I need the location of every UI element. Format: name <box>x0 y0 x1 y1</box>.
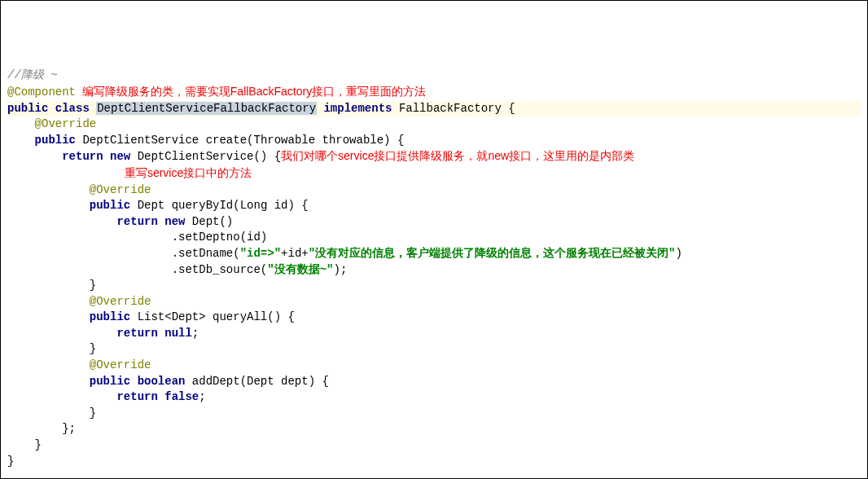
method-params: (Throwable throwable) { <box>247 134 404 147</box>
brace-close: } <box>7 438 42 451</box>
string-literal: "没有数据~" <box>267 263 333 276</box>
code-line: @Override <box>7 182 861 199</box>
class-name-highlighted: DeptClientServiceFallbackFactory <box>96 102 317 115</box>
type-name: List<Dept> <box>138 310 213 323</box>
method-chain-pre: .setDname( <box>7 247 240 260</box>
close-paren: ) <box>676 247 682 260</box>
type-name: FallbackFactory <box>399 102 502 115</box>
method-params: () { <box>267 310 295 323</box>
keyword-return-new: return new <box>7 150 138 163</box>
type-name: Dept() <box>192 215 233 228</box>
red-annotation: 重写service接口中的方法 <box>7 166 252 179</box>
concat-op: +id+ <box>281 247 309 260</box>
annotation-override: @Override <box>7 295 151 308</box>
code-line: 重写service接口中的方法 <box>7 165 861 182</box>
code-line: return new DeptClientService() {我们对哪个ser… <box>7 148 861 165</box>
brace-close: } <box>7 342 96 355</box>
code-line: }; <box>7 421 861 437</box>
code-line: .setDname("id=>"+id+"没有对应的信息，客户端提供了降级的信息… <box>7 246 861 262</box>
method-name: create <box>206 134 247 147</box>
annotation-override: @Override <box>7 358 151 371</box>
method-name: queryAll <box>213 310 267 323</box>
code-line: } <box>7 406 861 422</box>
annotation-override: @Override <box>7 117 96 130</box>
method-name: addDept <box>192 375 240 388</box>
keyword-public: public <box>7 199 138 212</box>
code-line: .setDeptno(id) <box>7 230 861 246</box>
code-line: } <box>7 454 861 470</box>
semicolon: ; <box>199 390 205 403</box>
code-line: public List<Dept> queryAll() { <box>7 310 861 326</box>
close-paren: ); <box>333 263 347 276</box>
code-line: @Override <box>7 358 861 374</box>
code-line: } <box>7 278 861 294</box>
code-line: //降级 ~ <box>7 68 861 84</box>
semicolon: ; <box>192 327 199 340</box>
string-literal: "没有对应的信息，客户端提供了降级的信息，这个服务现在已经被关闭" <box>309 247 676 260</box>
comment-text: //降级 ~ <box>7 68 58 81</box>
brace-close: } <box>7 279 96 292</box>
brace-close: } <box>7 455 14 468</box>
keyword-return-null: return null <box>7 327 192 340</box>
red-annotation: 我们对哪个service接口提供降级服务，就new接口，这里用的是内部类 <box>281 149 634 162</box>
keyword-implements: implements <box>317 102 399 115</box>
code-line: @Override <box>7 116 861 133</box>
brace-close: } <box>7 406 96 420</box>
code-line: return new Dept() <box>7 214 861 231</box>
code-line: @Component 编写降级服务的类，需要实现FallBackFactory接… <box>7 84 861 101</box>
red-annotation: 编写降级服务的类，需要实现FallBackFactory接口，重写里面的方法 <box>76 85 426 98</box>
method-params: (Long id) { <box>233 199 308 212</box>
type-name: Dept <box>138 199 172 212</box>
annotation-override: @Override <box>7 183 151 196</box>
code-editor[interactable]: //降级 ~@Component 编写降级服务的类，需要实现FallBackFa… <box>7 68 861 469</box>
code-line-highlighted: public class DeptClientServiceFallbackFa… <box>7 101 861 117</box>
keyword-public-boolean: public boolean <box>7 375 192 388</box>
code-line: public DeptClientService create(Throwabl… <box>7 133 861 149</box>
method-chain: .setDeptno(id) <box>7 231 267 244</box>
keyword-public: public <box>7 134 82 147</box>
keyword-return-new: return new <box>7 215 192 228</box>
method-name: queryById <box>172 199 234 212</box>
brace-close-semi: }; <box>7 422 76 435</box>
method-params: (Dept dept) { <box>240 375 329 388</box>
string-literal: "id=>" <box>240 247 281 260</box>
code-line: public Dept queryById(Long id) { <box>7 198 861 214</box>
annotation-component: @Component <box>7 86 76 99</box>
code-line: return null; <box>7 326 861 342</box>
method-chain-pre: .setDb_source( <box>7 263 267 276</box>
keyword-public: public <box>7 310 138 323</box>
code-line: return false; <box>7 389 861 406</box>
keyword-public-class: public class <box>7 102 96 115</box>
keyword-return-false: return false <box>7 390 199 403</box>
type-name: DeptClientService <box>82 134 205 147</box>
brace-open: { <box>502 102 515 115</box>
type-name: DeptClientService() { <box>138 150 281 163</box>
code-line: } <box>7 341 861 358</box>
code-line: public boolean addDept(Dept dept) { <box>7 374 861 390</box>
code-line: } <box>7 437 861 454</box>
code-line: @Override <box>7 294 861 310</box>
code-line: .setDb_source("没有数据~"); <box>7 262 861 279</box>
